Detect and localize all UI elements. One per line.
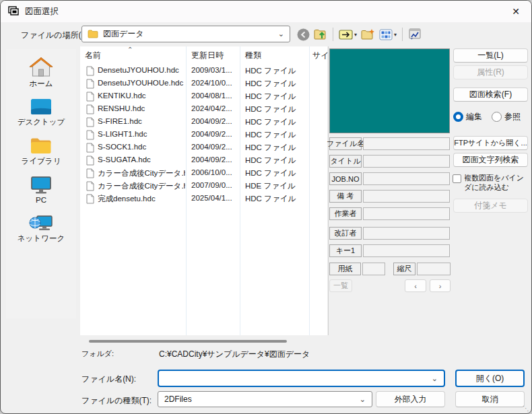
filename-label: ファイル名(N): bbox=[81, 374, 136, 385]
file-name: DensetuJYOUHOU.hdc bbox=[98, 66, 185, 74]
file-modified: 2004/09/2... bbox=[191, 130, 232, 138]
file-modified: 2007/09/0... bbox=[191, 181, 232, 189]
file-row[interactable]: DensetuJYOUHOU.hdc 2009/03/1... HDC ファイル bbox=[80, 65, 327, 77]
preview-pane-icon[interactable] bbox=[408, 28, 422, 40]
chevron-down-icon: ⌄ bbox=[360, 395, 366, 404]
file-row[interactable]: RENSHU.hdc 2024/04/2... HDC ファイル bbox=[80, 103, 327, 116]
reference-radio-label: 参照 bbox=[504, 111, 521, 123]
cancel-button[interactable]: 取消 bbox=[455, 391, 525, 407]
places-sidebar: ホーム デスクトップ ライブラリ PC bbox=[6, 49, 76, 318]
file-type: HDC ファイル bbox=[245, 130, 296, 140]
file-row[interactable]: S-SOCK1.hdc 2004/09/2... HDC ファイル bbox=[80, 141, 327, 154]
file-modified: 2024/10/0... bbox=[191, 79, 232, 87]
file-row[interactable]: カラー合成後Cityデータ.hde 2007/09/0... HDE ファイル bbox=[80, 180, 327, 193]
close-button[interactable]: ✕ bbox=[500, 1, 531, 22]
ftp-open-button[interactable]: FTPサイトから開く... bbox=[453, 136, 528, 150]
file-modified: 2004/09/2... bbox=[191, 156, 232, 164]
file-name: S-LIGHT1.hdc bbox=[98, 130, 185, 138]
file-modified: 2006/10/0... bbox=[191, 168, 232, 176]
field-value-worker bbox=[363, 207, 450, 220]
field-label-remarks: 備 考 bbox=[329, 190, 362, 203]
drawing-search-button[interactable]: 図面検索(F) bbox=[453, 88, 528, 102]
panel-divider bbox=[328, 46, 329, 335]
file-type: HDC ファイル bbox=[245, 168, 296, 178]
reference-radio[interactable] bbox=[492, 112, 502, 122]
sidebar-item-home[interactable]: ホーム bbox=[6, 57, 76, 89]
file-name: S-SOCK1.hdc bbox=[98, 143, 185, 151]
pc-icon bbox=[30, 176, 53, 195]
next-drawing-button[interactable]: › bbox=[430, 279, 451, 292]
view-menu-icon[interactable]: ▾ bbox=[379, 29, 397, 40]
field-label-paper: 用紙 bbox=[329, 263, 361, 275]
window-title: 図面選択 bbox=[25, 6, 59, 18]
file-row[interactable]: カラー合成後Cityデータ.hdc 2006/10/0... HDC ファイル bbox=[80, 167, 327, 180]
field-label-filename: ファイル名 bbox=[329, 137, 362, 150]
up-folder-icon[interactable] bbox=[314, 28, 327, 40]
prev-drawing-button[interactable]: ‹ bbox=[405, 279, 426, 292]
chevron-down-icon: ⌄ bbox=[432, 374, 438, 383]
column-header-name[interactable]: 名前 bbox=[85, 50, 101, 61]
edit-radio[interactable] bbox=[453, 112, 463, 122]
list-button[interactable]: 一覧(L) bbox=[453, 48, 528, 63]
chevron-down-icon: ▾ bbox=[394, 32, 397, 38]
network-icon bbox=[29, 213, 53, 232]
file-row[interactable]: S-LIGHT1.hdc 2004/09/2... HDC ファイル bbox=[80, 129, 327, 141]
external-input-button[interactable]: 外部入力 bbox=[376, 391, 445, 407]
file-name: S-SUGATA.hdc bbox=[98, 156, 185, 164]
sidebar-item-pc[interactable]: PC bbox=[6, 176, 76, 204]
toolbar-separator bbox=[333, 28, 333, 41]
file-modified: 2009/03/1... bbox=[191, 66, 232, 74]
new-folder-icon[interactable] bbox=[361, 28, 375, 40]
file-name: RENSHU.hdc bbox=[98, 104, 185, 112]
field-label-jobno: JOB.NO bbox=[329, 172, 362, 185]
field-value-jobno bbox=[363, 172, 450, 185]
folder-path: C:¥CADCity¥サンプルデータ¥図面データ bbox=[159, 349, 310, 360]
file-row[interactable]: KENTIKU.hdc 2004/08/1... HDC ファイル bbox=[80, 90, 327, 103]
column-header-modified[interactable]: 更新日時 bbox=[191, 50, 224, 61]
titlebar: 図面選択 ✕ bbox=[1, 1, 531, 22]
sidebar-item-label: ホーム bbox=[29, 79, 53, 89]
open-button[interactable]: 開く(O) bbox=[455, 370, 525, 387]
field-value-revisor bbox=[363, 227, 450, 240]
sidebar-item-desktop[interactable]: デスクトップ bbox=[6, 98, 76, 127]
binder-checkbox[interactable] bbox=[453, 174, 461, 183]
file-modified: 2004/09/2... bbox=[191, 117, 232, 125]
current-folder: 図面データ bbox=[103, 28, 273, 40]
chevron-down-icon: ⌄ bbox=[278, 30, 284, 38]
file-name: カラー合成後Cityデータ.hde bbox=[98, 181, 185, 191]
field-value-remarks bbox=[363, 190, 450, 203]
detail-list-button: 一覧 bbox=[329, 279, 352, 292]
field-label-worker: 作業者 bbox=[329, 207, 362, 220]
file-name: KENTIKU.hdc bbox=[98, 92, 185, 100]
column-header-size[interactable]: サイズ bbox=[312, 50, 329, 61]
sidebar-item-label: PC bbox=[36, 196, 46, 204]
filetype-dropdown[interactable]: 2DFiles ⌄ bbox=[158, 391, 372, 407]
column-header-type[interactable]: 種類 bbox=[245, 50, 261, 61]
file-name: カラー合成後Cityデータ.hdc bbox=[98, 168, 185, 178]
file-row[interactable]: DensetuJYOUHOUe.hdc 2024/10/0... HDC ファイ… bbox=[80, 77, 327, 90]
resize-grip[interactable]: ⋱ bbox=[523, 405, 529, 412]
toolbar-separator bbox=[402, 28, 403, 41]
folder-icon bbox=[88, 30, 98, 38]
sidebar-item-label: ネットワーク bbox=[18, 234, 65, 244]
sidebar-item-library[interactable]: ライブラリ bbox=[6, 137, 76, 166]
last-folder-icon[interactable]: ▾ bbox=[339, 29, 357, 40]
sidebar-item-label: デスクトップ bbox=[18, 117, 65, 127]
desktop-icon bbox=[30, 98, 53, 116]
file-row[interactable]: 完成densetu.hdc 2025/04/1... HDC ファイル bbox=[80, 193, 327, 205]
app-icon bbox=[8, 6, 20, 17]
file-type: HDC ファイル bbox=[245, 79, 296, 89]
field-value-key1 bbox=[363, 244, 450, 257]
field-value-filename bbox=[363, 137, 450, 150]
back-icon[interactable] bbox=[297, 28, 310, 41]
file-type: HDC ファイル bbox=[245, 143, 296, 153]
horizontal-scrollbar[interactable] bbox=[89, 340, 287, 343]
file-modified: 2024/04/2... bbox=[191, 104, 232, 112]
file-location-dropdown[interactable]: 図面データ ⌄ bbox=[81, 26, 290, 42]
file-row[interactable]: S-SUGATA.hdc 2004/09/2... HDC ファイル bbox=[80, 154, 327, 167]
filename-input[interactable]: ⌄ bbox=[158, 370, 445, 387]
file-row[interactable]: S-FIRE1.hdc 2004/09/2... HDC ファイル bbox=[80, 116, 327, 129]
string-search-button[interactable]: 図面文字列検索 bbox=[453, 153, 528, 167]
sidebar-item-network[interactable]: ネットワーク bbox=[6, 213, 76, 244]
sort-ascending-icon: ⌃ bbox=[127, 46, 133, 53]
